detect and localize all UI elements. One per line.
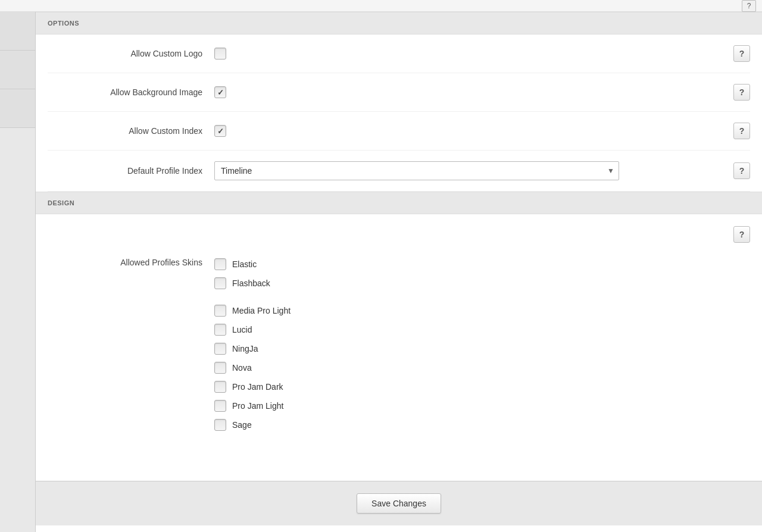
page-wrapper: ? OPTIONS Allow Custom Logo ? bbox=[0, 0, 762, 532]
sidebar-item-3[interactable] bbox=[0, 89, 35, 128]
skin-ningja-checkbox[interactable] bbox=[214, 343, 226, 355]
skin-item-pro-jam-light: Pro Jam Light bbox=[214, 396, 750, 415]
skin-pro-jam-dark-checkbox[interactable] bbox=[214, 381, 226, 393]
sidebar-item-2[interactable] bbox=[0, 51, 35, 89]
skin-item-lucid: Lucid bbox=[214, 320, 750, 339]
allow-background-image-control bbox=[214, 86, 733, 98]
save-changes-button[interactable]: Save Changes bbox=[357, 493, 441, 514]
allow-background-image-row: Allow Background Image ? bbox=[48, 73, 750, 112]
allow-custom-logo-checkbox[interactable] bbox=[214, 48, 226, 60]
skin-pro-jam-light-label: Pro Jam Light bbox=[232, 401, 283, 411]
skin-nova-label: Nova bbox=[232, 363, 252, 373]
skin-gap-1 bbox=[214, 293, 750, 301]
skins-list: Elastic Flashback Media Pro Light bbox=[214, 255, 750, 434]
skin-item-nova: Nova bbox=[214, 358, 750, 377]
skin-lucid-label: Lucid bbox=[232, 325, 252, 334]
allow-custom-logo-control bbox=[214, 48, 733, 60]
skin-item-sage: Sage bbox=[214, 415, 750, 434]
default-profile-index-wrapper: Timeline About Photos Videos ▼ bbox=[214, 161, 619, 180]
skin-media-pro-light-label: Media Pro Light bbox=[232, 306, 291, 315]
top-help-button[interactable]: ? bbox=[742, 0, 756, 12]
options-form: Allow Custom Logo ? Allow Background Ima… bbox=[36, 35, 762, 192]
skin-elastic-label: Elastic bbox=[232, 259, 257, 269]
skin-item-ningja: NingJa bbox=[214, 339, 750, 358]
skin-elastic-checkbox[interactable] bbox=[214, 258, 226, 270]
allow-background-image-checkbox[interactable] bbox=[214, 86, 226, 98]
sidebar-item-1[interactable] bbox=[0, 12, 35, 51]
skin-flashback-label: Flashback bbox=[232, 278, 270, 288]
skin-nova-checkbox[interactable] bbox=[214, 362, 226, 374]
design-section-header: DESIGN bbox=[36, 192, 762, 214]
skin-sage-label: Sage bbox=[232, 420, 252, 430]
allow-custom-index-control bbox=[214, 125, 733, 137]
allow-custom-index-row: Allow Custom Index ? bbox=[48, 112, 750, 151]
design-section: ? Allowed Profiles Skins Elastic Flashba bbox=[36, 214, 762, 481]
allow-background-image-label: Allow Background Image bbox=[48, 87, 214, 97]
default-profile-index-help[interactable]: ? bbox=[733, 162, 750, 179]
main-content: OPTIONS Allow Custom Logo ? Allow Backgr… bbox=[36, 12, 762, 532]
options-section-header: OPTIONS bbox=[36, 12, 762, 35]
allow-custom-index-label: Allow Custom Index bbox=[48, 126, 214, 136]
footer-bar: Save Changes bbox=[36, 481, 762, 525]
design-help-button[interactable]: ? bbox=[733, 226, 750, 243]
skin-lucid-checkbox[interactable] bbox=[214, 324, 226, 336]
sidebar bbox=[0, 12, 36, 532]
default-profile-index-control: Timeline About Photos Videos ▼ bbox=[214, 161, 733, 180]
skin-media-pro-light-checkbox[interactable] bbox=[214, 305, 226, 317]
default-profile-index-select[interactable]: Timeline About Photos Videos bbox=[214, 161, 619, 180]
allow-background-image-help[interactable]: ? bbox=[733, 84, 750, 101]
top-bar: ? bbox=[0, 0, 762, 12]
skin-flashback-checkbox[interactable] bbox=[214, 277, 226, 289]
allow-custom-logo-label: Allow Custom Logo bbox=[48, 49, 214, 58]
skin-item-media-pro-light: Media Pro Light bbox=[214, 301, 750, 320]
allowed-profiles-skins-row: Allowed Profiles Skins Elastic Flashback bbox=[48, 243, 750, 481]
allow-custom-index-checkbox[interactable] bbox=[214, 125, 226, 137]
layout: OPTIONS Allow Custom Logo ? Allow Backgr… bbox=[0, 12, 762, 532]
allow-custom-logo-help[interactable]: ? bbox=[733, 45, 750, 62]
skin-item-elastic: Elastic bbox=[214, 255, 750, 274]
skin-item-flashback: Flashback bbox=[214, 274, 750, 293]
allow-custom-logo-row: Allow Custom Logo ? bbox=[48, 35, 750, 73]
skin-sage-checkbox[interactable] bbox=[214, 419, 226, 431]
default-profile-index-label: Default Profile Index bbox=[48, 166, 214, 176]
skin-ningja-label: NingJa bbox=[232, 344, 258, 353]
allow-custom-index-help[interactable]: ? bbox=[733, 123, 750, 139]
design-header-row: ? bbox=[48, 214, 750, 243]
skin-item-pro-jam-dark: Pro Jam Dark bbox=[214, 377, 750, 396]
allowed-profiles-skins-label: Allowed Profiles Skins bbox=[48, 255, 214, 267]
skin-pro-jam-light-checkbox[interactable] bbox=[214, 400, 226, 412]
default-profile-index-row: Default Profile Index Timeline About Pho… bbox=[48, 151, 750, 192]
skin-pro-jam-dark-label: Pro Jam Dark bbox=[232, 382, 283, 392]
